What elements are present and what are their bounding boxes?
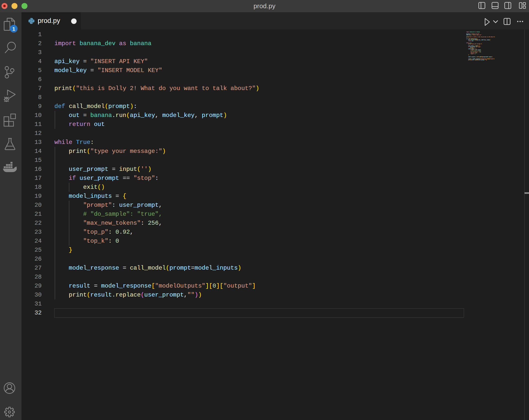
svg-text:1: 1 [12, 26, 15, 32]
